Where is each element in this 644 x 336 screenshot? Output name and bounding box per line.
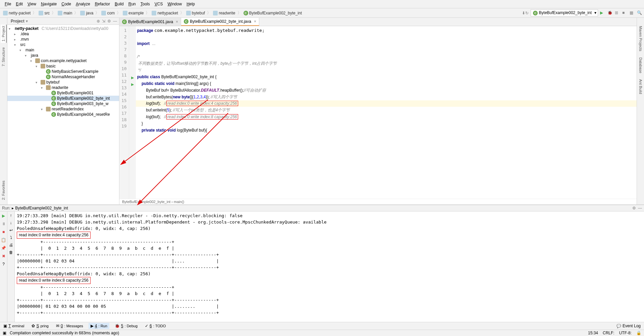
project-sidebar: Project ▾ ⊕ ⇲ ⚙ — ▾ netty-packet C:\User… [7,18,119,204]
btab-Messages[interactable]: ✉ 0: Messages [54,323,85,329]
vtab-antbuild[interactable]: Ant Build [638,78,643,95]
gear-icon[interactable]: ⚙ [107,19,111,23]
vtab-structure[interactable]: 7: Structure [1,46,7,68]
menu-help[interactable]: Help [184,1,197,7]
crumb-ByteBufExample002_byte_int[interactable]: CByteBufExample002_byte_int [242,10,303,16]
tree-item-ByteBufExample003_byte_w[interactable]: CByteBufExample003_byte_w [7,101,119,106]
close-button[interactable]: ✖ [1,253,6,259]
tree-item-ByteBufExample004_resetRe[interactable]: CByteBufExample004_resetRe [7,112,119,117]
crumb-example[interactable]: example [121,10,145,16]
minimize-icon[interactable]: — [638,206,642,210]
tree-item-ByteBufExample001[interactable]: CByteBufExample001 [7,90,119,96]
vtab-project[interactable]: 1: Project [1,25,7,43]
print-icon[interactable]: 🖨 [9,243,13,247]
menu-edit[interactable]: Edit [14,1,25,7]
crumb-nettypacket[interactable]: nettypacket [150,10,179,16]
menu-analyze[interactable]: Analyze [74,1,92,7]
down-icon[interactable]: ↓ [10,221,12,225]
menu-window[interactable]: Window [165,1,184,7]
menu-vcs[interactable]: VCS [153,1,165,7]
vtab-maven[interactable]: Maven Projects [638,25,643,53]
menu-refactor[interactable]: Refactor [93,1,112,7]
crumb-java[interactable]: java [79,10,95,16]
status-linesep[interactable]: CRLF: [603,331,614,335]
btab-Spring[interactable]: ✿ Spring [30,323,50,329]
class-icon: C [244,11,248,15]
help-button[interactable]: ? [1,261,6,267]
sidebar-title: Project [11,19,24,23]
rerun-button[interactable]: ▶ [1,213,6,219]
run-tab-label[interactable]: ByteBufExample002_byte_int [15,206,68,210]
project-structure-icon[interactable]: ▦ [630,10,635,16]
close-tab-icon[interactable]: × [176,19,178,24]
build-icon[interactable]: ⬇↻ [522,11,529,15]
tree-item-.mvn[interactable]: ▸.mvn [7,37,119,42]
up-icon[interactable]: ↑ [10,213,12,218]
status-encoding[interactable]: UTF-8: [619,331,632,335]
status-icon: ▣ [3,331,6,335]
main-area: 1: Project 7: Structure 2: Favorites Pro… [0,18,644,204]
menu-run[interactable]: Run [126,1,138,7]
tree-item-src[interactable]: ▾src [7,42,119,47]
tab-ByteBufExample002_byte_int.java[interactable]: CByteBufExample002_byte_int.java× [181,18,259,26]
stop-button[interactable]: ■ [1,229,6,235]
tree-item-bytebuf[interactable]: ▾bytebuf [7,80,119,85]
crumb-main[interactable]: main [56,10,73,16]
tree-item-ByteBufExample002_byte_int[interactable]: CByteBufExample002_byte_int [7,96,119,101]
tree-item-main[interactable]: ▾main [7,47,119,53]
scroll-from-icon[interactable]: ⊕ [97,19,100,23]
class-icon: C [51,91,56,95]
btab-TODO[interactable]: ✓ 6: TODO [143,323,168,329]
crumb-bytebuf[interactable]: bytebuf [185,10,206,16]
lock-icon[interactable]: 🔒 [636,331,641,335]
folder-icon [80,11,85,15]
collapse-icon[interactable]: ⇲ [102,19,105,23]
menu-view[interactable]: View [25,1,38,7]
debug-button[interactable]: 🐞 [607,10,613,16]
menu-tools[interactable]: Tools [139,1,152,7]
run-button[interactable]: ▶ [600,10,605,16]
crumb-readwrite[interactable]: readwrite [212,10,236,16]
menu-code[interactable]: Code [59,1,73,7]
tree-item-basic[interactable]: ▾basic [7,63,119,69]
tab-ByteBufExample001.java[interactable]: CByteBufExample001.java× [119,18,181,26]
btab-Debug[interactable]: 🐞 5: Debug [113,323,140,329]
tree-item-java[interactable]: ▾java [7,53,119,58]
run-gutter: ▶▶ [129,26,136,199]
code-editor[interactable]: package com.example.nettypacket.bytebuf.… [136,26,637,199]
coverage-button[interactable]: ⊞ [615,10,620,16]
console-output[interactable]: 19:27:33.289 [main] DEBUG io.netty.util.… [15,211,644,322]
sidebar-header: Project ▾ ⊕ ⇲ ⚙ — [7,18,119,25]
dump-button[interactable]: 📋 [1,237,6,243]
vtab-favorites[interactable]: 2: Favorites [1,179,7,201]
gear-icon[interactable]: ⚙ [632,206,636,210]
btab-Terminal[interactable]: ▣ Terminal [1,323,26,329]
crumb-src[interactable]: src [37,10,51,16]
menu-build[interactable]: Build [113,1,126,7]
pause-button[interactable]: ⏸ [1,221,6,227]
tree-item-com.example.nettypacket[interactable]: ▾com.example.nettypacket [7,58,119,63]
wrap-icon[interactable]: ↩ [9,228,13,233]
search-icon[interactable]: 🔍 [637,10,642,16]
project-root[interactable]: ▾ netty-packet C:\Users\15211\Downloads\… [7,26,119,31]
close-tab-icon[interactable]: × [254,19,256,24]
crumb-netty-packet[interactable]: netty-packet [2,10,32,16]
crumb-com[interactable]: com [100,10,116,16]
trash-icon[interactable]: 🗑 [9,250,13,255]
tree-item-.idea[interactable]: ▸.idea [7,31,119,37]
menu-file[interactable]: File [3,1,13,7]
tree-item-NettyBasicServerExample[interactable]: CNettyBasicServerExample [7,69,119,74]
stop-button[interactable]: ■ [622,10,628,16]
scroll-icon[interactable]: ⤵ [10,235,12,240]
btab-Run[interactable]: ▶ 4: Run [89,323,109,329]
vtab-database[interactable]: Database [638,56,643,75]
tree-item-NormalMessageHandler[interactable]: CNormalMessageHandler [7,74,119,80]
tree-item-resetReaderIndex[interactable]: ▾resetReaderIndex [7,106,119,112]
hide-icon[interactable]: — [113,19,117,23]
pin-button[interactable]: 📌 [1,245,6,251]
menu-navigate[interactable]: Navigate [39,1,59,7]
run-config-combo[interactable]: C ByteBufExample002_byte_int ▾ [531,9,598,16]
chevron-down-icon[interactable]: ▾ [26,19,28,23]
tree-item-readwrite[interactable]: ▾readwrite [7,85,119,90]
event-log-button[interactable]: 💬 Event Log [614,323,643,329]
